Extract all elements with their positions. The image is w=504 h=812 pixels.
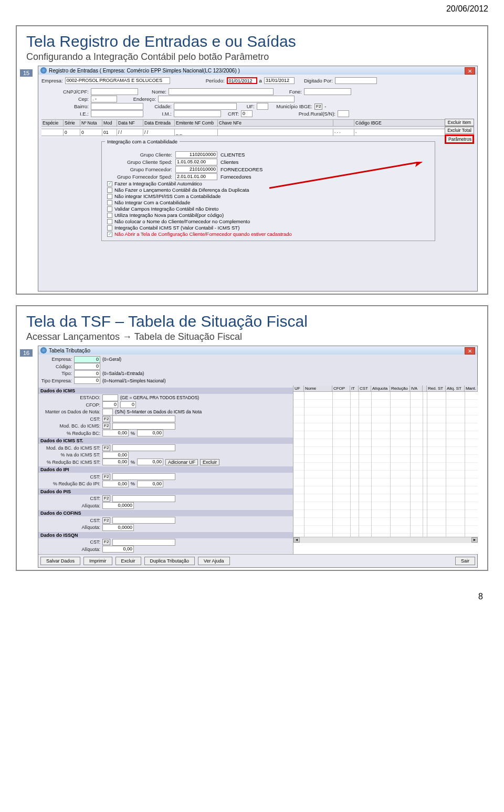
sair-button[interactable]: Sair (455, 557, 475, 565)
tipo-input[interactable]: 0 (74, 370, 100, 377)
empresa-input[interactable]: 0002-PROSOL PROGRAMAS E SOLUCOES (65, 77, 170, 84)
col-especie: Espécie (41, 120, 64, 126)
manter-input[interactable] (102, 409, 113, 415)
excluir-total-button[interactable]: Excluir Total (445, 127, 474, 134)
redbc-input2[interactable]: 0,00 (137, 430, 163, 436)
checkbox-icon[interactable] (107, 219, 112, 224)
col-iva: IVA (410, 386, 423, 391)
grupo-cliente-sped-input[interactable]: 1.01.05.02.00 (175, 159, 217, 165)
end-input[interactable] (158, 96, 295, 102)
uf-input[interactable] (257, 103, 268, 110)
parametros-button[interactable]: Parâmetros (445, 134, 474, 144)
digitado-input[interactable] (335, 77, 377, 84)
cell[interactable]: / / (117, 129, 143, 136)
chk-label: Não Abrir a Tela de Configuração Cliente… (114, 231, 292, 237)
redbcipi-input2[interactable]: 0,00 (137, 481, 163, 487)
checkbox-icon[interactable] (107, 200, 112, 205)
im-input[interactable] (174, 110, 221, 117)
f2-cstissqn[interactable]: F2 (102, 539, 110, 545)
scroll-left-icon[interactable]: ◄ (293, 537, 300, 543)
grupo-cliente-input[interactable]: 1102010000 (175, 151, 217, 158)
grid-row[interactable]: 0 0 01 / / / / _ _ · · · · (41, 129, 474, 136)
aliq-issqn-input[interactable]: 0,00 (102, 546, 134, 553)
nome-input[interactable] (169, 88, 274, 95)
periodo-de-input[interactable]: 01/01/2012 (227, 77, 257, 84)
imprimir-button[interactable]: Imprimir (83, 557, 112, 565)
empresa-input[interactable]: 0 (74, 356, 100, 363)
f2-cstpis[interactable]: F2 (102, 495, 110, 502)
excluir-uf-button[interactable]: Excluir (200, 459, 219, 465)
redbcipi-input[interactable]: 0,00 (102, 481, 129, 487)
modbcst-input[interactable] (112, 444, 175, 451)
cell[interactable]: · · · (333, 129, 354, 136)
checkbox-icon[interactable] (107, 188, 112, 193)
estado-input[interactable] (102, 394, 118, 401)
aliq-cofins-input[interactable]: 0,0000 (102, 524, 134, 531)
ie-input[interactable] (91, 110, 143, 117)
close-icon[interactable]: ✕ (465, 347, 475, 355)
adicionar-uf-button[interactable]: Adicionar UF (165, 459, 198, 465)
checkbox-icon[interactable] (107, 225, 112, 231)
scroll-right-icon[interactable]: ► (471, 537, 478, 543)
modbc-input[interactable] (112, 423, 175, 430)
cst-cofins-input[interactable] (112, 517, 175, 524)
cfop-input2[interactable]: 0 (120, 401, 136, 408)
table-body[interactable] (293, 392, 478, 537)
checkbox-icon[interactable]: ✓ (107, 181, 112, 186)
f2-cst[interactable]: F2 (102, 416, 110, 422)
redbc-input[interactable]: 0,00 (102, 430, 129, 436)
grupo-cliente-sped-text: Clientes (220, 159, 238, 165)
salvar-button[interactable]: Salvar Dados (40, 557, 80, 565)
manter-label: Manter os Dados de Nota: (40, 409, 100, 414)
redbcst-input[interactable]: 0,00 (102, 459, 129, 465)
col-mant: Mant. (465, 386, 478, 391)
ver-ajuda-button[interactable]: Ver Ajuda (198, 557, 230, 565)
cst-issqn-label: CST: (40, 539, 100, 545)
cell[interactable] (218, 129, 333, 136)
excluir-button[interactable]: Excluir (116, 557, 141, 565)
col-mod: Mod (102, 120, 117, 126)
cep-input[interactable]: . - (91, 96, 117, 102)
f2-modbc[interactable]: F2 (102, 423, 110, 429)
cnpj-input[interactable] (91, 88, 138, 95)
cell[interactable]: / / (143, 129, 175, 136)
duplica-button[interactable]: Duplica Tributação (144, 557, 195, 565)
checkbox-icon[interactable] (107, 194, 112, 199)
cell[interactable]: 0 (80, 129, 102, 136)
grupo-forn-sped-input[interactable]: 2.01.01.01.00 (175, 173, 217, 180)
prodrural-input[interactable] (338, 110, 349, 117)
cst-issqn-input[interactable] (112, 539, 175, 546)
excluir-item-button[interactable]: Excluir Item (445, 119, 474, 126)
codigo-input[interactable]: 0 (74, 363, 100, 370)
fone-input[interactable] (304, 88, 351, 95)
close-icon[interactable]: ✕ (465, 67, 475, 75)
cst-pis-input[interactable] (112, 495, 175, 502)
redbcst-input2[interactable]: 0,00 (137, 459, 163, 465)
periodo-ate-input[interactable]: 31/01/2012 (264, 77, 295, 84)
f2-cstipi[interactable]: F2 (102, 474, 110, 480)
grupo-forn-sped-label: Grupo Fornecedor Sped: (107, 174, 172, 180)
im-label: I.M.: (145, 111, 172, 117)
cell[interactable]: 01 (102, 129, 117, 136)
f2-municipio[interactable]: F2 (314, 103, 322, 110)
col-blank (333, 120, 354, 126)
cst-input[interactable] (112, 415, 175, 422)
crt-input[interactable]: 0 (241, 110, 253, 117)
checkbox-icon[interactable]: ✓ (107, 232, 112, 237)
horiz-scrollbar[interactable]: ◄ ► (293, 537, 478, 543)
cst-ipi-input[interactable] (112, 473, 175, 480)
cell[interactable]: _ _ (175, 129, 218, 136)
ivast-input[interactable]: 0,00 (102, 452, 129, 459)
cidade-input[interactable] (174, 103, 237, 110)
cell[interactable]: 0 (64, 129, 80, 136)
f2-cstcofins[interactable]: F2 (102, 517, 110, 524)
checkbox-icon[interactable] (107, 213, 112, 218)
grupo-forn-input[interactable]: 2101010000 (175, 166, 217, 173)
aliq-pis-input[interactable]: 0,0000 (102, 502, 134, 509)
tipoemp-input[interactable]: 0 (74, 377, 100, 384)
bairro-input[interactable] (91, 103, 143, 110)
cell[interactable] (41, 129, 64, 136)
f2-modbcst[interactable]: F2 (102, 445, 110, 451)
checkbox-icon[interactable] (107, 206, 112, 212)
cfop-input1[interactable]: 0 (102, 401, 118, 408)
